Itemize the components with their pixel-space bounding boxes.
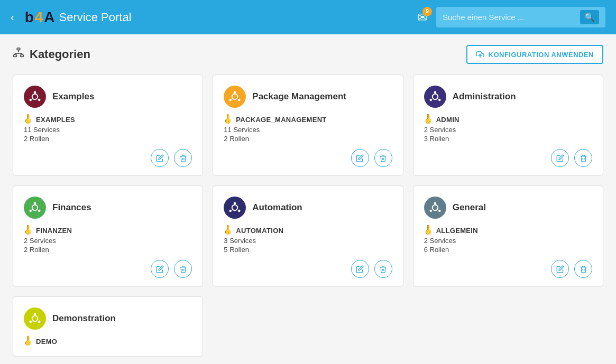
card-icon — [24, 197, 46, 219]
card-header: Finances — [24, 197, 192, 219]
svg-point-35 — [30, 321, 32, 323]
card-services: 3 Services — [224, 237, 392, 245]
card-rollen: 2 Rollen — [224, 135, 392, 143]
card-key-label: PACKAGE_MANAGEMENT — [236, 116, 326, 124]
card-key: 🔑 PACKAGE_MANAGEMENT — [224, 115, 392, 124]
key-icon: 🔑 — [422, 113, 434, 125]
card-title: Examples — [52, 91, 94, 102]
svg-point-27 — [229, 210, 232, 212]
card-header: Examples — [24, 86, 192, 108]
svg-point-18 — [438, 99, 441, 101]
edit-button[interactable] — [551, 260, 569, 278]
category-card: Automation 🔑 AUTOMATION 3 Services 5 Rol… — [213, 185, 403, 287]
svg-rect-0 — [17, 48, 20, 50]
card-header: General — [424, 197, 592, 219]
logo-text: Service Portal — [59, 11, 132, 24]
edit-button[interactable] — [351, 149, 369, 167]
card-footer — [24, 255, 192, 278]
card-header: Administration — [424, 86, 592, 108]
svg-point-10 — [38, 99, 41, 101]
search-input[interactable] — [443, 13, 576, 22]
logo-b: b — [25, 9, 34, 26]
card-footer — [424, 255, 592, 278]
svg-point-22 — [38, 210, 41, 212]
card-footer — [424, 144, 592, 167]
config-button-label: KONFIGURATION ANWENDEN — [489, 51, 594, 59]
card-key-label: ALLGEMEIN — [436, 227, 478, 235]
category-card: Administration 🔑 ADMIN 2 Services 3 Roll… — [413, 74, 603, 176]
svg-rect-2 — [21, 55, 23, 57]
back-button[interactable]: ‹ — [11, 11, 14, 23]
card-key: 🔑 DEMO — [24, 337, 192, 346]
edit-button[interactable] — [551, 149, 569, 167]
card-key: 🔑 EXAMPLES — [24, 115, 192, 124]
card-key-label: AUTOMATION — [236, 227, 283, 235]
category-card: Package Management 🔑 PACKAGE_MANAGEMENT … — [213, 74, 403, 176]
svg-point-11 — [30, 99, 32, 101]
svg-point-15 — [229, 99, 232, 101]
svg-point-14 — [238, 99, 241, 101]
card-rollen: 5 Rollen — [224, 246, 392, 254]
delete-button[interactable] — [174, 260, 192, 278]
card-header: Demonstration — [24, 307, 192, 330]
svg-point-25 — [234, 202, 236, 205]
key-icon: 🔑 — [222, 113, 234, 125]
key-icon: 🔑 — [222, 224, 234, 236]
key-icon: 🔑 — [22, 224, 34, 236]
svg-point-24 — [232, 205, 238, 211]
edit-button[interactable] — [151, 260, 169, 278]
svg-point-29 — [434, 202, 436, 205]
categories-grid: Examples 🔑 EXAMPLES 11 Services 2 Rollen — [13, 74, 603, 357]
card-key-label: ADMIN — [436, 116, 459, 124]
search-button[interactable]: 🔍 — [580, 10, 599, 24]
page-content: Kategorien KONFIGURATION ANWENDEN Exampl… — [0, 34, 616, 364]
card-icon — [424, 86, 446, 108]
card-key-label: DEMO — [36, 338, 57, 346]
category-card: Finances 🔑 FINANZEN 2 Services 2 Rollen — [13, 185, 203, 287]
card-key-label: EXAMPLES — [36, 116, 75, 124]
card-icon — [224, 197, 246, 219]
logo: b4A Service Portal — [25, 9, 132, 26]
page-header: Kategorien KONFIGURATION ANWENDEN — [13, 45, 603, 64]
delete-button[interactable] — [174, 149, 192, 167]
edit-button[interactable] — [151, 149, 169, 167]
svg-point-12 — [232, 94, 238, 100]
svg-point-32 — [32, 316, 38, 322]
key-icon: 🔑 — [22, 335, 34, 347]
edit-button[interactable] — [351, 260, 369, 278]
config-button[interactable]: KONFIGURATION ANWENDEN — [466, 45, 604, 64]
delete-button[interactable] — [574, 260, 592, 278]
card-footer — [224, 255, 392, 278]
card-key: 🔑 ALLGEMEIN — [424, 226, 592, 235]
svg-point-30 — [438, 210, 441, 212]
card-key-label: FINANZEN — [36, 227, 72, 235]
card-icon — [24, 307, 46, 330]
notification-button[interactable]: ✉ 9 — [417, 10, 428, 25]
svg-point-34 — [38, 321, 41, 323]
category-card: General 🔑 ALLGEMEIN 2 Services 6 Rollen — [413, 185, 603, 287]
card-rollen: 6 Rollen — [424, 246, 592, 254]
delete-button[interactable] — [374, 260, 392, 278]
svg-point-17 — [434, 91, 436, 94]
delete-button[interactable] — [374, 149, 392, 167]
card-header: Automation — [224, 197, 392, 219]
svg-point-20 — [32, 205, 38, 211]
svg-point-9 — [34, 91, 36, 94]
card-footer — [224, 144, 392, 167]
card-header: Package Management — [224, 86, 392, 108]
delete-button[interactable] — [574, 149, 592, 167]
key-icon: 🔑 — [422, 224, 434, 236]
card-icon — [224, 86, 246, 108]
card-rollen: 2 Rollen — [24, 135, 192, 143]
card-title: Automation — [252, 202, 302, 213]
svg-point-33 — [34, 313, 36, 316]
page-title: Kategorien — [30, 48, 90, 61]
card-icon — [24, 86, 46, 108]
card-services: 2 Services — [24, 237, 192, 245]
card-services: 11 Services — [224, 126, 392, 134]
svg-point-21 — [34, 202, 36, 205]
svg-rect-1 — [14, 55, 17, 57]
card-title: Finances — [52, 202, 91, 213]
category-card: Examples 🔑 EXAMPLES 11 Services 2 Rollen — [13, 74, 203, 176]
card-key: 🔑 AUTOMATION — [224, 226, 392, 235]
